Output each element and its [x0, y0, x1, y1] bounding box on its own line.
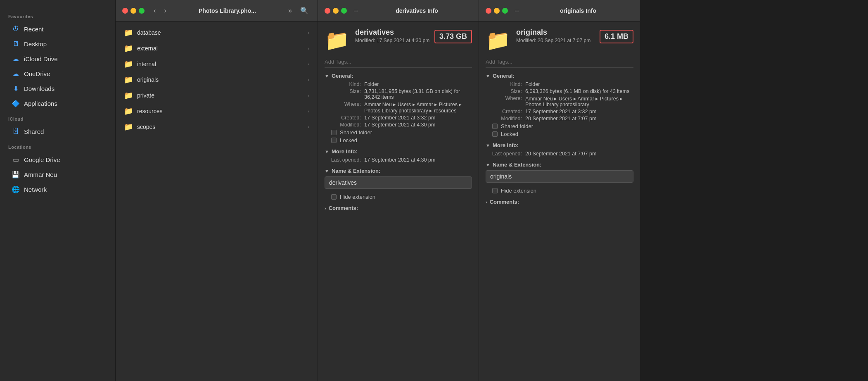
- sidebar-item-icloud-drive[interactable]: ☁ iCloud Drive: [3, 52, 112, 66]
- info-row-where: Where: Ammar Neu ▸ Users ▸ Ammar ▸ Pictu…: [325, 101, 472, 114]
- list-item[interactable]: 📁 private ›: [116, 88, 318, 103]
- derivatives-more-info-header[interactable]: ▼ More Info:: [325, 148, 472, 155]
- modified-label: Modified:: [489, 116, 522, 121]
- sidebar-item-recent[interactable]: ⏱ Recent: [3, 22, 112, 36]
- originals-more-info-header[interactable]: ▼ More Info:: [486, 142, 633, 148]
- shared-folder-row: Shared folder: [331, 129, 472, 136]
- originals-more-info-section: ▼ More Info: Last opened: 20 September 2…: [486, 142, 633, 157]
- sidebar-item-label: Network: [24, 186, 47, 193]
- derivatives-general-header[interactable]: ▼ General:: [325, 73, 472, 79]
- folder-list: 📁 database › 📁 external › 📁 internal › 📁…: [116, 21, 318, 381]
- modified-label: Modified:: [328, 122, 361, 128]
- sidebar-item-downloads[interactable]: ⬇ Downloads: [3, 81, 112, 95]
- comments-label: Comments:: [329, 205, 358, 211]
- locations-section-label: Locations: [0, 139, 115, 152]
- derivatives-comments-header[interactable]: › Comments:: [325, 205, 472, 211]
- expand-icon: ›: [325, 206, 326, 211]
- locked-checkbox[interactable]: [331, 138, 337, 143]
- originals-size-badge: 6.1 MB: [600, 30, 633, 43]
- folder-name: scopes: [137, 124, 155, 130]
- folder-name: private: [137, 92, 154, 99]
- close-button[interactable]: [122, 8, 128, 14]
- chevron-right-icon: ›: [308, 62, 309, 67]
- sidebar-item-shared[interactable]: 🗄 Shared: [3, 124, 112, 138]
- derivatives-general-section: ▼ General: Kind: Folder Size: 3,731,181,…: [325, 73, 472, 143]
- info-row-kind: Kind: Folder: [325, 81, 472, 87]
- list-item[interactable]: 📁 resources ›: [116, 103, 318, 119]
- last-opened-value: 17 September 2021 at 4:30 pm: [364, 157, 472, 163]
- close-button[interactable]: [486, 8, 491, 14]
- shared-folder-checkbox[interactable]: [331, 130, 337, 135]
- more-options-button[interactable]: »: [286, 5, 294, 16]
- originals-name-ext-header[interactable]: ▼ Name & Extension:: [486, 162, 633, 168]
- locked-row: Locked: [331, 137, 472, 143]
- search-button[interactable]: 🔍: [298, 5, 311, 16]
- locked-label: Locked: [501, 131, 518, 137]
- info-row-modified: Modified: 20 September 2021 at 7:07 pm: [486, 116, 633, 121]
- collapse-icon: ▼: [486, 143, 490, 148]
- info-row-modified: Modified: 17 September 2021 at 4:30 pm: [325, 122, 472, 128]
- derivatives-tags-field[interactable]: [325, 56, 472, 68]
- panel-folder-icon: ▭: [515, 7, 519, 14]
- sidebar: Favourites ⏱ Recent 🖥 Desktop ☁ iCloud D…: [0, 0, 116, 381]
- sidebar-item-label: Ammar Neu: [24, 171, 57, 178]
- folder-icon: 📁: [124, 107, 133, 116]
- back-button[interactable]: ‹: [151, 5, 158, 16]
- folder-name: database: [137, 29, 161, 36]
- list-item[interactable]: 📁 originals ›: [116, 72, 318, 88]
- close-button[interactable]: [325, 8, 330, 14]
- comments-label: Comments:: [490, 199, 519, 205]
- sidebar-item-label: Desktop: [24, 40, 47, 48]
- maximize-button[interactable]: [502, 8, 508, 14]
- collapse-icon: ▼: [325, 169, 329, 174]
- derivatives-folder-row: 📁 derivatives Modified: 17 Sep 2021 at 4…: [325, 28, 472, 52]
- minimize-button[interactable]: [130, 8, 136, 14]
- forward-button[interactable]: ›: [161, 5, 168, 16]
- minimize-button[interactable]: [494, 8, 500, 14]
- originals-name-field[interactable]: [486, 170, 633, 183]
- sidebar-item-network[interactable]: 🌐 Network: [3, 182, 112, 196]
- kind-value: Folder: [525, 81, 633, 87]
- sidebar-item-applications[interactable]: 🔷 Applications: [3, 96, 112, 110]
- shared-folder-checkbox[interactable]: [492, 124, 498, 129]
- sidebar-item-desktop[interactable]: 🖥 Desktop: [3, 37, 112, 51]
- derivatives-comments-section: › Comments:: [325, 205, 472, 211]
- originals-general-header[interactable]: ▼ General:: [486, 73, 633, 79]
- chevron-right-icon: ›: [308, 109, 309, 114]
- locked-checkbox[interactable]: [492, 131, 498, 137]
- originals-tags-field[interactable]: [486, 56, 633, 68]
- originals-comments-section: › Comments:: [486, 199, 633, 205]
- folder-name: internal: [137, 61, 156, 67]
- panel-folder-icon: ▭: [353, 7, 358, 14]
- list-item[interactable]: 📁 internal ›: [116, 56, 318, 72]
- shared-icon: 🗄: [12, 127, 20, 136]
- sidebar-item-ammar-neu[interactable]: 💾 Ammar Neu: [3, 167, 112, 181]
- derivatives-info-body: 📁 derivatives Modified: 17 Sep 2021 at 4…: [318, 21, 479, 381]
- list-item[interactable]: 📁 database ›: [116, 25, 318, 40]
- size-value: 3,731,181,955 bytes (3.81 GB on disk) fo…: [364, 88, 472, 100]
- where-value: Ammar Neu ▸ Users ▸ Ammar ▸ Pictures ▸ P…: [364, 101, 472, 114]
- applications-icon: 🔷: [12, 99, 20, 107]
- originals-traffic-lights: [486, 8, 508, 14]
- sidebar-item-onedrive[interactable]: ☁ OneDrive: [3, 67, 112, 81]
- derivatives-name-ext-header[interactable]: ▼ Name & Extension:: [325, 168, 472, 174]
- cloud-icon: ☁: [12, 55, 20, 63]
- created-label: Created:: [489, 109, 522, 114]
- list-item[interactable]: 📁 external ›: [116, 40, 318, 56]
- google-drive-icon: ▭: [12, 155, 20, 164]
- where-label: Where:: [489, 95, 522, 107]
- onedrive-icon: ☁: [12, 69, 20, 78]
- derivatives-name-field[interactable]: [325, 176, 472, 189]
- info-row-size: Size: 6,093,326 bytes (6.1 MB on disk) f…: [486, 88, 633, 94]
- kind-label: Kind:: [328, 81, 361, 87]
- list-item[interactable]: 📁 scopes ›: [116, 119, 318, 135]
- minimize-button[interactable]: [333, 8, 339, 14]
- folder-icon: 📁: [124, 91, 133, 100]
- hide-ext-checkbox[interactable]: [492, 188, 498, 193]
- maximize-button[interactable]: [139, 8, 145, 14]
- hide-ext-checkbox[interactable]: [331, 194, 337, 200]
- sidebar-item-google-drive[interactable]: ▭ Google Drive: [3, 152, 112, 167]
- originals-comments-header[interactable]: › Comments:: [486, 199, 633, 205]
- maximize-button[interactable]: [341, 8, 347, 14]
- hide-ext-row: Hide extension: [331, 194, 472, 200]
